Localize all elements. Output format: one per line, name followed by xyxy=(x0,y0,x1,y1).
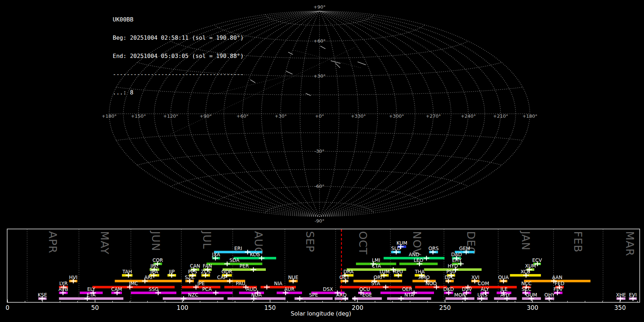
shower-code-label: XHE xyxy=(616,292,626,298)
meteor-trail xyxy=(321,46,325,49)
shower-code-label: ALY xyxy=(480,286,489,292)
shower-code-label: PSU xyxy=(446,269,456,274)
shower-code-label: AUR xyxy=(284,286,295,292)
shower-urs: URS xyxy=(477,292,488,301)
meteor-trail xyxy=(286,71,292,74)
shower-ohy: OHY xyxy=(545,292,555,301)
shower-code-label: URS xyxy=(477,292,487,298)
shower-code-label: CAM xyxy=(111,286,122,292)
shower-code-label: FED xyxy=(555,280,565,286)
shower-code-label: STA xyxy=(371,280,380,286)
shower-code-label: NOO xyxy=(425,280,436,286)
shower-code-label: OER xyxy=(402,286,413,292)
shower-code-label: CTA xyxy=(372,263,381,269)
shower-code-label: SLD xyxy=(391,245,401,251)
shower-code-label: NTA xyxy=(404,292,414,298)
shower-ors: ORS xyxy=(429,245,439,254)
shower-code-label: JMC xyxy=(129,280,138,286)
session-end-line: End: 20251004 05:03:05 (sol = 190.88°) xyxy=(113,53,244,59)
shower-code-label: SPE xyxy=(309,292,318,298)
shower-code-label: OHY xyxy=(545,292,555,298)
shower-activity-bar xyxy=(163,297,224,300)
shower-code-label: OCT xyxy=(339,274,350,280)
shower-code-label: ECV xyxy=(532,257,542,263)
shower-activity-timeline: APRMAYJUNJULAUGSEPOCTNOVDECJANFEBMARKUME… xyxy=(6,229,640,317)
shower-code-label: FEV xyxy=(553,286,563,292)
x-tick-label: 200 xyxy=(352,304,363,311)
shower-code-label: ORI xyxy=(374,274,382,280)
longitude-tick-label: +30° xyxy=(275,113,287,119)
shower-code-label: JPE xyxy=(197,280,205,286)
shower-code-label: NDA xyxy=(251,292,262,298)
shower-xhe: XHE xyxy=(616,292,626,301)
x-tick-label: 50 xyxy=(91,304,99,311)
latitude-tick-label: +90° xyxy=(313,4,326,10)
month-label: APR xyxy=(47,231,59,253)
longitude-tick-label: +120° xyxy=(163,113,178,119)
shower-szc: SZC xyxy=(185,274,194,283)
shower-code-label: DSV xyxy=(462,286,472,292)
shower-code-label: DAD xyxy=(451,252,462,257)
shower-xcb: XCB xyxy=(510,269,541,278)
shower-zcs: ZCS xyxy=(201,269,210,278)
shower-dkd: DKD xyxy=(443,286,454,295)
figure-canvas: +180°+150°+120°+90°+60°+30°+0°+330°+300°… xyxy=(0,0,644,322)
shower-qua: QUA xyxy=(498,274,509,283)
x-tick-label: 250 xyxy=(439,304,451,311)
shower-code-label: JLE xyxy=(500,286,508,292)
longitude-tick-label: +330° xyxy=(351,113,366,119)
shower-code-label: CAN xyxy=(190,263,200,269)
shower-code-label: TAH xyxy=(122,269,132,274)
longitude-tick-label: +90° xyxy=(200,113,212,119)
shower-activity-bar xyxy=(234,257,276,259)
x-axis-title: Solar longitude (deg) xyxy=(291,310,351,317)
separator-line: -------------------------------------- xyxy=(113,71,244,77)
shower-tah: TAH xyxy=(122,269,132,278)
shower-code-label: EGE xyxy=(362,292,372,298)
x-tick-label: 300 xyxy=(527,304,538,311)
shower-activity-bar xyxy=(206,263,262,265)
shower-fev: FEV xyxy=(553,286,563,295)
shower-code-label: AND xyxy=(409,252,419,257)
shower-code-label: HYD xyxy=(448,263,458,269)
shower-dpc: DPC xyxy=(445,274,455,283)
shower-code-label: SDA xyxy=(229,257,240,263)
shower-nue: NUE xyxy=(288,274,298,283)
shower-code-label: DPC xyxy=(445,274,455,280)
shower-jip: JIP xyxy=(167,269,176,278)
shower-code-label: DRA xyxy=(343,269,354,274)
shower-activity-bar xyxy=(387,297,431,300)
month-label: JUL xyxy=(201,230,213,249)
shower-code-label: NUE xyxy=(288,274,298,280)
latitude-tick-label: -90° xyxy=(314,218,325,224)
shower-code-label: GDR xyxy=(221,269,232,274)
meteor-trail xyxy=(306,93,311,96)
x-tick-label: 150 xyxy=(264,304,275,311)
longitude-tick-label: +270° xyxy=(426,113,441,119)
shower-activity-bar xyxy=(340,286,411,288)
month-label: JUN xyxy=(150,230,162,251)
shower-code-label: KSE xyxy=(38,292,47,298)
shower-code-label: DSX xyxy=(323,286,333,292)
longitude-tick-label: +300° xyxy=(389,113,404,119)
shower-code-label: KCG xyxy=(250,252,260,257)
shower-ard: ARD xyxy=(335,292,348,301)
shower-code-label: ERI xyxy=(234,245,242,251)
month-label: JAN xyxy=(519,230,532,250)
x-tick-label: 350 xyxy=(614,304,626,311)
latitude-tick-label: +30° xyxy=(313,73,326,79)
latitude-tick-label: +60° xyxy=(313,38,326,44)
shower-hvi: HVI xyxy=(69,274,77,283)
shower-code-label: ZCS xyxy=(201,269,210,274)
shower-code-label: PER xyxy=(240,263,249,269)
longitude-tick-label: +210° xyxy=(493,113,508,119)
shower-code-label: SZC xyxy=(185,274,194,280)
shower-code-label: AHY xyxy=(501,292,511,298)
shower-code-label: COR xyxy=(152,257,163,263)
shower-code-label: LYR xyxy=(59,280,68,286)
shower-code-label: XUM xyxy=(525,263,536,269)
shower-activity-bar xyxy=(182,286,220,288)
shower-code-label: PAU xyxy=(236,280,245,286)
shower-jxa: JXA xyxy=(212,252,220,260)
shower-code-label: QUA xyxy=(498,274,509,280)
